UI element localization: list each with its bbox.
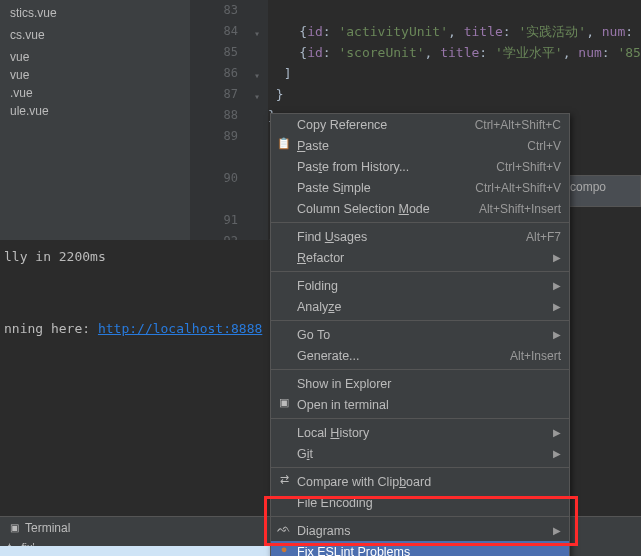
menu-item[interactable]: Paste SimpleCtrl+Alt+Shift+V [271,177,569,198]
menu-item[interactable]: ●Fix ESLint Problems [271,541,569,556]
menu-separator [271,320,569,321]
menu-item-label: File Encoding [297,496,561,510]
menu-item[interactable]: Find UsagesAlt+F7 [271,226,569,247]
menu-item-label: Compare with Clipboard [297,475,561,489]
menu-item-label: Paste Simple [297,181,475,195]
file-tree-item[interactable]: .vue [0,84,190,102]
localhost-link[interactable]: http://localhost:8888 [98,321,262,336]
submenu-arrow-icon: ▶ [547,301,561,312]
line-number: 86▾ [190,63,238,84]
menu-item-shortcut: Ctrl+Alt+Shift+V [475,181,561,195]
menu-item-label: Open in terminal [297,398,561,412]
terminal-tab-label: Terminal [25,521,70,535]
fold-marker-icon[interactable]: ▾ [254,86,260,107]
menu-item[interactable]: ▣Open in terminal [271,394,569,415]
menu-item[interactable]: Local History▶ [271,422,569,443]
menu-separator [271,467,569,468]
line-number: 85 [190,42,238,63]
menu-separator [271,418,569,419]
menu-item-label: Git [297,447,547,461]
fold-marker-icon[interactable]: ▾ [254,65,260,86]
menu-item-shortcut: Alt+F7 [526,230,561,244]
menu-item[interactable]: Go To▶ [271,324,569,345]
line-number [190,189,238,210]
editor-context-menu[interactable]: Copy ReferenceCtrl+Alt+Shift+C📋PasteCtrl… [270,113,570,556]
compare-icon: ⇄ [276,473,292,486]
menu-item-label: Paste from History... [297,160,496,174]
line-number: 83 [190,0,238,21]
menu-item[interactable]: Analyze▶ [271,296,569,317]
menu-item-label: Generate... [297,349,510,363]
line-number: 90 [190,168,238,189]
menu-item-label: Column Selection Mode [297,202,479,216]
line-number: 89 [190,126,238,147]
menu-item[interactable]: 📋PasteCtrl+V [271,135,569,156]
file-tree-item[interactable]: vue [0,48,190,66]
line-number: 91 [190,210,238,231]
menu-item[interactable]: Generate...Alt+Insert [271,345,569,366]
menu-item-shortcut: Alt+Shift+Insert [479,202,561,216]
menu-separator [271,222,569,223]
line-number: 87▾ [190,84,238,105]
file-tree-item[interactable]: ule.vue [0,102,190,120]
terminal-icon: ▣ [10,522,19,533]
submenu-arrow-icon: ▶ [547,525,561,536]
menu-item-label: Fix ESLint Problems [297,545,561,557]
editor-gutter: 83 84▾ 85 86▾ 87▾ 88 89 90 91 92 [190,0,268,240]
file-tree-item[interactable]: vue [0,66,190,84]
submenu-arrow-icon: ▶ [547,427,561,438]
menu-item-label: Find Usages [297,230,526,244]
menu-item-label: Copy Reference [297,118,475,132]
menu-item-shortcut: Alt+Insert [510,349,561,363]
menu-item[interactable]: Show in Explorer [271,373,569,394]
menu-item[interactable]: ⇄Compare with Clipboard [271,471,569,492]
menu-item-label: Paste [297,139,527,153]
menu-item-label: Go To [297,328,547,342]
menu-item[interactable]: File Encoding [271,492,569,513]
menu-item-shortcut: Ctrl+Shift+V [496,160,561,174]
os-taskbar [0,546,270,556]
menu-item-label: Refactor [297,251,547,265]
menu-separator [271,271,569,272]
diagram-icon: ᨒ [276,522,292,535]
submenu-arrow-icon: ▶ [547,329,561,340]
menu-item-label: Local History [297,426,547,440]
line-number [190,147,238,168]
menu-item-label: Diagrams [297,524,547,538]
menu-item-label: Show in Explorer [297,377,561,391]
menu-item[interactable]: Folding▶ [271,275,569,296]
line-number: 84▾ [190,21,238,42]
menu-item[interactable]: Column Selection ModeAlt+Shift+Insert [271,198,569,219]
line-number: 88 [190,105,238,126]
project-file-tree[interactable]: stics.vue cs.vue vue vue .vue ule.vue [0,0,190,240]
menu-item[interactable]: Paste from History...Ctrl+Shift+V [271,156,569,177]
fold-marker-icon[interactable]: ▾ [254,23,260,44]
menu-item[interactable]: Copy ReferenceCtrl+Alt+Shift+C [271,114,569,135]
submenu-arrow-icon: ▶ [547,448,561,459]
menu-item-shortcut: Ctrl+Alt+Shift+C [475,118,561,132]
menu-item[interactable]: ᨒDiagrams▶ [271,520,569,541]
eslint-icon: ● [276,543,292,555]
submenu-arrow-icon: ▶ [547,252,561,263]
terminal-icon: ▣ [276,396,292,409]
file-tree-item[interactable]: cs.vue [0,26,190,44]
menu-item[interactable]: Git▶ [271,443,569,464]
submenu-arrow-icon: ▶ [547,280,561,291]
menu-item-label: Analyze [297,300,547,314]
menu-item[interactable]: Refactor▶ [271,247,569,268]
file-tree-item[interactable]: stics.vue [0,4,190,22]
menu-separator [271,516,569,517]
menu-item-shortcut: Ctrl+V [527,139,561,153]
paste-icon: 📋 [276,137,292,150]
menu-separator [271,369,569,370]
menu-item-label: Folding [297,279,547,293]
